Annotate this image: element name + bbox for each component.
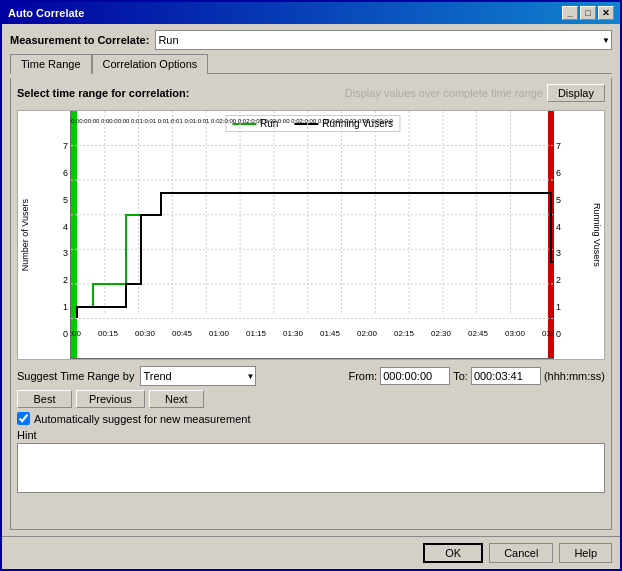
from-label: From: — [348, 370, 377, 382]
window-title: Auto Correlate — [8, 7, 84, 19]
tab-content: Select time range for correlation: Displ… — [10, 78, 612, 530]
suggest-method-select[interactable]: Trend Standard Deviation None — [140, 366, 256, 386]
footer-buttons: OK Cancel Help — [2, 536, 620, 569]
measurement-row: Measurement to Correlate: Run ▼ — [10, 30, 612, 50]
auto-suggest-row: Automatically suggest for new measuremen… — [17, 412, 605, 425]
x-label-7: 01:45 — [320, 329, 341, 338]
close-button[interactable]: ✕ — [598, 6, 614, 20]
x-label-5: 01:15 — [246, 329, 267, 338]
top-time-label: 0:00:00:00 0:00:00:00 0:01:0:01 0:01:0:0… — [71, 118, 394, 124]
previous-button[interactable]: Previous — [76, 390, 145, 408]
cancel-button[interactable]: Cancel — [489, 543, 553, 563]
hint-section: Hint — [17, 429, 605, 493]
measurement-label: Measurement to Correlate: — [10, 34, 149, 46]
hint-label: Hint — [17, 429, 605, 441]
maximize-button[interactable]: □ — [580, 6, 596, 20]
x-label-8: 02:00 — [357, 329, 378, 338]
buttons-row: Best Previous Next — [17, 390, 605, 408]
measurement-dropdown-wrapper: Run ▼ — [155, 30, 612, 50]
suggest-label: Suggest Time Range by — [17, 370, 134, 382]
y-axis-right-label: Running Vusers — [592, 203, 602, 267]
to-input[interactable] — [471, 367, 541, 385]
y-axis-right: 7 6 5 4 3 2 1 0 — [554, 111, 590, 359]
suggest-row: Suggest Time Range by Trend Standard Dev… — [17, 366, 605, 386]
tab-time-range[interactable]: Time Range — [10, 54, 92, 74]
display-range-text: Display values over complete time range — [345, 87, 543, 99]
x-label-3: 00:45 — [172, 329, 193, 338]
chart-inner: Number of Vusers 7 6 5 4 3 2 1 0 — [18, 111, 604, 359]
x-label-9: 02:15 — [394, 329, 415, 338]
section-header: Select time range for correlation: Displ… — [17, 84, 605, 102]
from-to-row: From: To: (hhh:mm:ss) — [348, 367, 605, 385]
x-label-2: 00:30 — [135, 329, 156, 338]
unit-label: (hhh:mm:ss) — [544, 370, 605, 382]
suggest-method-wrapper: Trend Standard Deviation None ▼ — [140, 366, 256, 386]
x-label-12: 03:00 — [505, 329, 526, 338]
auto-correlate-window: Auto Correlate _ □ ✕ Measurement to Corr… — [0, 0, 622, 571]
chart-container: Number of Vusers 7 6 5 4 3 2 1 0 — [17, 110, 605, 360]
best-button[interactable]: Best — [17, 390, 72, 408]
title-bar: Auto Correlate _ □ ✕ — [2, 2, 620, 24]
x-label-1: 00:15 — [98, 329, 119, 338]
display-row: Display values over complete time range … — [345, 84, 605, 102]
y-axis-right-label-container: Running Vusers — [590, 111, 604, 359]
x-label-0: 00:00 — [71, 329, 82, 338]
y-axis-left-label-container: Number of Vusers — [18, 111, 32, 359]
section-title: Select time range for correlation: — [17, 87, 189, 99]
running-vusers-line — [77, 193, 554, 318]
hint-box — [17, 443, 605, 493]
x-label-11: 02:45 — [468, 329, 489, 338]
tab-correlation-options[interactable]: Correlation Options — [92, 54, 209, 74]
chart-svg: 00:00 00:15 00:30 00:45 01:00 01:15 01:3… — [71, 111, 554, 358]
x-label-6: 01:30 — [283, 329, 304, 338]
ok-button[interactable]: OK — [423, 543, 483, 563]
x-label-13: 03:15 — [542, 329, 554, 338]
chart-plot: Run Running Vusers — [70, 111, 554, 359]
tabs: Time Range Correlation Options — [10, 54, 612, 74]
title-bar-buttons: _ □ ✕ — [562, 6, 614, 20]
x-label-4: 01:00 — [209, 329, 230, 338]
from-input[interactable] — [380, 367, 450, 385]
y-axis-left-label: Number of Vusers — [20, 199, 30, 271]
auto-suggest-checkbox[interactable] — [17, 412, 30, 425]
to-label: To: — [453, 370, 468, 382]
run-line — [77, 193, 554, 318]
minimize-button[interactable]: _ — [562, 6, 578, 20]
auto-suggest-label: Automatically suggest for new measuremen… — [34, 413, 250, 425]
x-label-10: 02:30 — [431, 329, 452, 338]
measurement-select[interactable]: Run — [155, 30, 612, 50]
display-button[interactable]: Display — [547, 84, 605, 102]
y-axis-left: 7 6 5 4 3 2 1 0 — [32, 111, 70, 359]
window-body: Measurement to Correlate: Run ▼ Time Ran… — [2, 24, 620, 536]
next-button[interactable]: Next — [149, 390, 204, 408]
help-button[interactable]: Help — [559, 543, 612, 563]
